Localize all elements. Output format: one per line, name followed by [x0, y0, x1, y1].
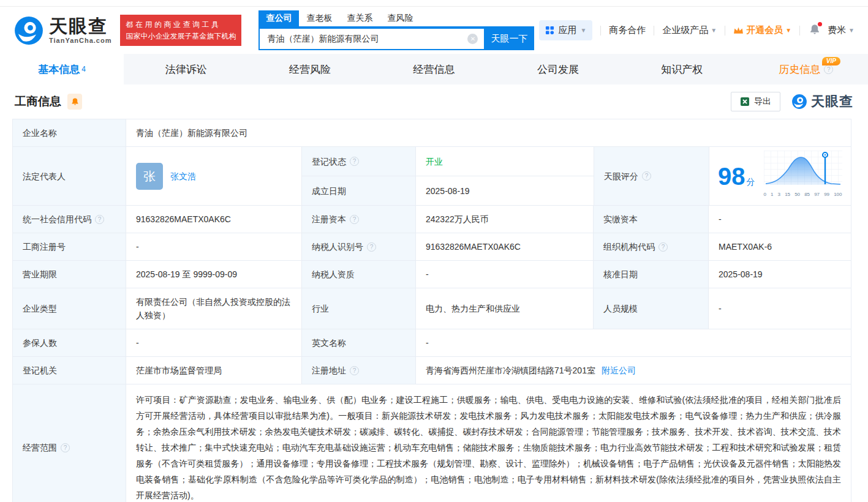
tab-legal-litigation[interactable]: 法律诉讼	[124, 54, 247, 84]
score-axis-ticks: 0131550859799100	[764, 188, 842, 201]
slogan-line1: 都在用的商业查询工具	[126, 19, 236, 31]
help-icon[interactable]	[95, 215, 104, 224]
reg-authority-label: 登记机关	[13, 357, 126, 384]
brand-slogan: 都在用的商业查询工具 国家中小企业发展子基金旗下机构	[120, 15, 241, 46]
user-menu[interactable]: 费米 ▼	[828, 24, 855, 36]
notifications-bell-icon[interactable]	[809, 24, 820, 37]
paid-capital-value: -	[709, 206, 851, 233]
est-date-value: 2025-08-19	[416, 176, 594, 205]
search-button[interactable]: 天眼一下	[484, 28, 534, 50]
company-type-label: 企业类型	[13, 288, 126, 329]
tab-operating-risk[interactable]: 经营风险	[248, 54, 372, 84]
help-icon[interactable]	[824, 65, 833, 74]
credit-code-label: 统一社会信用代码	[23, 212, 91, 226]
help-icon[interactable]	[61, 443, 70, 452]
taxpayer-qual-label: 纳税人资质	[302, 261, 416, 288]
tianyancha-eye-icon	[13, 15, 44, 46]
apps-grid-icon	[545, 26, 554, 35]
chevron-down-icon: ▼	[785, 27, 791, 34]
reg-number-value: -	[126, 233, 302, 260]
tianyancha-company-page: 天眼查 TianYanCha.com 都在用的商业查询工具 国家中小企业发展子基…	[0, 0, 868, 502]
search-tab-risk[interactable]: 查风险	[380, 10, 420, 26]
reg-authority-value: 茫崖市市场监督管理局	[126, 357, 302, 384]
table-row: 工商注册号 - 纳税人识别号 91632826MAETX0AK6C 组织机构代码…	[13, 233, 851, 261]
site-header: 天眼查 TianYanCha.com 都在用的商业查询工具 国家中小企业发展子基…	[0, 7, 868, 54]
subscribe-bell-icon[interactable]	[67, 94, 82, 110]
taxpayer-id-value: 91632826MAETX0AK6C	[416, 233, 594, 260]
export-button[interactable]: 导出	[731, 92, 780, 111]
score-value: 98	[718, 163, 745, 190]
tab-company-development[interactable]: 公司发展	[496, 54, 620, 84]
table-row: 法定代表人 张 张文浩 登记状态 开业 成立日期 2025-08-19	[13, 147, 851, 206]
biz-scope-label: 经营范围	[23, 441, 57, 454]
chevron-down-icon: ▼	[848, 27, 855, 34]
search-input[interactable]	[259, 28, 484, 50]
search-tab-boss[interactable]: 查老板	[299, 10, 339, 26]
reg-address-label: 注册地址	[312, 364, 346, 377]
search-tab-company[interactable]: 查公司	[259, 10, 299, 26]
staff-size-label: 人员规模	[594, 288, 709, 329]
chevron-down-icon: ▼	[711, 27, 717, 34]
nav-enterprise-products[interactable]: 企业级产品 ▼	[662, 24, 717, 36]
insured-count-label: 参保人数	[13, 329, 126, 356]
table-row: 参保人数 - 英文名称 -	[13, 329, 851, 357]
search-tab-relation[interactable]: 查关系	[339, 10, 380, 26]
apps-menu[interactable]: 应用 ▼	[539, 20, 592, 40]
staff-size-value: -	[709, 288, 851, 329]
table-row: 营业期限 2025-08-19 至 9999-09-09 纳税人资质 - 核准日…	[13, 261, 851, 288]
legal-rep-avatar[interactable]: 张	[136, 163, 163, 190]
search-tabs: 查公司 查老板 查关系 查风险	[259, 10, 534, 28]
paid-capital-label: 实缴资本	[594, 206, 709, 233]
industry-label: 行业	[302, 288, 416, 329]
taxpayer-qual-value: -	[416, 261, 594, 288]
org-code-value: MAETX0AK-6	[709, 233, 851, 260]
nav-open-vip[interactable]: 开通会员 ▼	[733, 24, 791, 36]
username: 费米	[828, 24, 846, 36]
help-icon[interactable]	[367, 242, 376, 252]
biz-term-value: 2025-08-19 至 9999-09-09	[126, 261, 302, 288]
table-row: 经营范围 许可项目：矿产资源勘查；发电业务、输电业务、供（配）电业务；建设工程施…	[13, 384, 851, 502]
reg-status-label: 登记状态	[312, 155, 346, 168]
section-title: 工商信息	[15, 94, 61, 110]
section-header: 工商信息 导出 天眼查	[0, 84, 868, 119]
crown-icon	[733, 26, 744, 34]
english-name-value: -	[416, 329, 851, 356]
tab-history-info[interactable]: 历史信息 VIP	[744, 54, 868, 84]
biz-scope-value: 许可项目：矿产资源勘查；发电业务、输电业务、供（配）电业务；建设工程施工；供暖服…	[126, 384, 851, 502]
header-nav: 应用 ▼ 商务合作 企业级产品 ▼ 开通会员 ▼	[539, 20, 855, 40]
nearby-companies-link[interactable]: 附近公司	[602, 364, 636, 377]
help-icon[interactable]	[350, 366, 359, 375]
industry-value: 电力、热力生产和供应业	[416, 288, 594, 329]
watermark-logo: 天眼查	[791, 92, 853, 111]
table-row: 统一社会信用代码 91632826MAETX0AK6C 注册资本 242322万…	[13, 206, 851, 233]
help-icon[interactable]	[350, 215, 359, 224]
legal-rep-label: 法定代表人	[13, 147, 126, 205]
english-name-label: 英文名称	[302, 329, 416, 356]
brand-domain: TianYanCha.com	[49, 37, 111, 44]
help-icon[interactable]	[350, 157, 359, 166]
company-name-label: 企业名称	[13, 119, 126, 146]
credit-code-value: 91632826MAETX0AK6C	[126, 206, 302, 233]
company-name-value: 青油（茫崖）新能源有限公司	[126, 119, 851, 146]
biz-term-label: 营业期限	[13, 261, 126, 288]
brand-name: 天眼查	[49, 17, 111, 36]
chevron-down-icon: ▼	[580, 27, 586, 34]
nav-business-cooperation[interactable]: 商务合作	[609, 24, 646, 36]
legal-rep-link[interactable]: 张文浩	[170, 170, 196, 183]
help-icon[interactable]	[642, 171, 651, 181]
apps-label: 应用	[558, 24, 576, 36]
help-icon[interactable]	[659, 242, 668, 252]
table-row: 企业名称 青油（茫崖）新能源有限公司	[13, 119, 851, 147]
approve-date-value: 2025-08-19	[709, 261, 851, 288]
est-date-label: 成立日期	[302, 176, 416, 205]
site-logo[interactable]: 天眼查 TianYanCha.com	[13, 15, 111, 46]
tab-operating-info[interactable]: 经营信息	[372, 54, 496, 84]
tab-basic-info[interactable]: 基本信息4	[0, 54, 124, 84]
reg-address-value: 青海省海西州茫崖市冷湖镇团结路71号201室	[426, 364, 595, 377]
table-row: 登记机关 茫崖市市场监督管理局 注册地址 青海省海西州茫崖市冷湖镇团结路71号2…	[13, 357, 851, 384]
company-tabbar: 基本信息4 法律诉讼 经营风险 经营信息 公司发展 知识产权 历史信息 VIP	[0, 54, 868, 84]
slogan-line2: 国家中小企业发展子基金旗下机构	[126, 31, 236, 42]
company-type-value: 有限责任公司（非自然人投资或控股的法人独资）	[126, 288, 302, 329]
tab-intellectual-property[interactable]: 知识产权	[620, 54, 744, 84]
vip-badge: VIP	[822, 57, 840, 66]
